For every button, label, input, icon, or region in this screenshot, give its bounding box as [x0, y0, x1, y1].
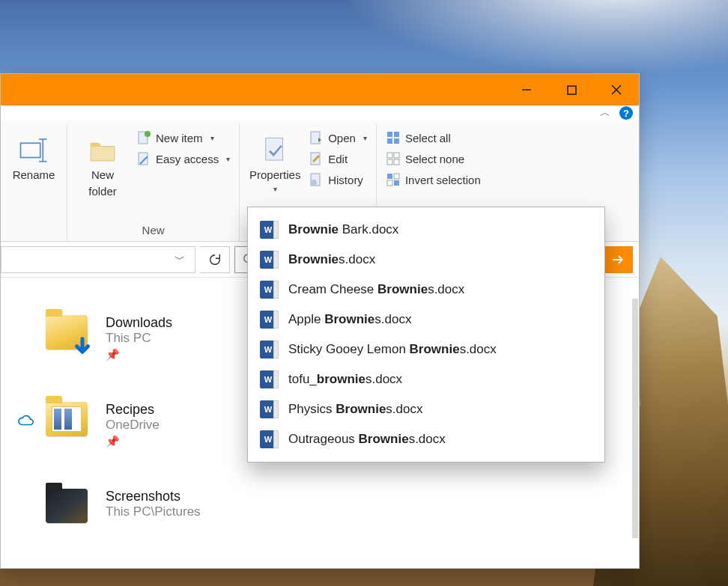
word-doc-icon [260, 311, 276, 329]
suggestion-text: tofu_brownies.docx [288, 372, 402, 387]
select-all-icon [386, 130, 401, 145]
ribbon-group-new-label: New [73, 221, 233, 241]
downloads-folder-icon [46, 315, 89, 354]
history-button[interactable]: History [306, 170, 370, 189]
history-label: History [328, 174, 363, 186]
word-doc-icon [260, 251, 276, 269]
new-folder-icon [87, 134, 118, 165]
new-item-button[interactable]: New item [133, 128, 233, 147]
window-maximize-button[interactable] [549, 74, 594, 106]
close-icon [610, 84, 622, 96]
arrow-right-icon [610, 252, 625, 267]
svg-rect-4 [21, 143, 40, 157]
svg-rect-27 [394, 180, 399, 186]
word-doc-icon [260, 221, 276, 239]
rename-button[interactable]: Rename [7, 126, 61, 182]
properties-button[interactable]: Properties ▾ [246, 126, 304, 194]
suggestion-text: Brownie Bark.docx [288, 222, 398, 237]
select-none-button[interactable]: Select none [383, 149, 484, 168]
new-item-icon [136, 130, 151, 145]
suggestion-text: Brownies.docx [288, 252, 375, 267]
svg-rect-22 [387, 159, 392, 165]
select-all-label: Select all [405, 132, 451, 144]
ribbon-group-new: New folder New item Easy access [67, 123, 240, 241]
search-suggestion[interactable]: Brownies.docx [248, 245, 604, 275]
suggestion-text: Outrageous Brownies.docx [288, 432, 446, 447]
svg-rect-20 [387, 153, 392, 158]
edit-icon [309, 151, 324, 166]
window-minimize-button[interactable] [504, 74, 549, 106]
scrollbar[interactable] [632, 299, 638, 538]
suggestion-text: Cream Cheese Brownies.docx [288, 282, 464, 297]
dropdown-caret-icon: ▾ [273, 185, 277, 194]
properties-icon [259, 134, 291, 165]
screenshots-folder-icon [46, 489, 89, 528]
svg-rect-1 [568, 86, 576, 94]
svg-rect-26 [387, 180, 392, 186]
svg-rect-19 [394, 138, 399, 144]
properties-label: Properties [249, 168, 300, 182]
new-folder-button[interactable]: New folder [73, 126, 132, 198]
word-doc-icon [260, 430, 276, 448]
svg-rect-24 [387, 174, 392, 179]
address-dropdown-icon[interactable]: ﹀ [169, 249, 190, 270]
invert-selection-label: Invert selection [405, 174, 481, 186]
folder-name: Recipes [106, 402, 160, 418]
easy-access-label: Easy access [156, 153, 219, 165]
window-close-button[interactable] [594, 74, 639, 106]
address-bar[interactable]: ﹀ [1, 246, 195, 273]
search-suggestion[interactable]: Sticky Gooey Lemon Brownies.docx [248, 335, 604, 364]
rename-label: Rename [13, 168, 55, 182]
folder-name: Downloads [106, 315, 172, 331]
folder-location: This PC [106, 331, 172, 346]
word-doc-icon [260, 370, 276, 388]
select-none-icon [386, 151, 401, 166]
search-suggestion[interactable]: Outrageous Brownies.docx [248, 424, 604, 454]
edit-label: Edit [328, 153, 348, 165]
svg-rect-17 [394, 132, 399, 137]
cloud-status-icon [17, 412, 34, 429]
new-folder-label-2: folder [88, 185, 117, 198]
edit-button[interactable]: Edit [306, 149, 370, 168]
word-doc-icon [260, 281, 276, 299]
maximize-icon [566, 85, 577, 96]
desktop-background: ︿ ? Rename [0, 0, 728, 586]
search-suggestion[interactable]: Brownie Bark.docx [248, 215, 604, 245]
folder-location: This PC\Pictures [106, 504, 201, 519]
open-label: Open [328, 132, 356, 144]
rename-icon [18, 134, 49, 165]
minimize-icon [521, 84, 533, 96]
open-button[interactable]: Open [306, 128, 370, 147]
recipes-folder-icon [46, 402, 89, 441]
select-all-button[interactable]: Select all [383, 128, 484, 147]
search-suggestion[interactable]: tofu_brownies.docx [248, 364, 604, 394]
easy-access-button[interactable]: Easy access [133, 149, 233, 168]
pin-icon: 📌 [106, 348, 172, 361]
ribbon-strip: ︿ ? [1, 106, 639, 120]
new-folder-label-1: New [91, 168, 114, 182]
folder-item-screenshots[interactable]: Screenshots This PC\Pictures [46, 489, 639, 528]
ribbon-group-organize: Rename [1, 123, 67, 241]
ribbon-group-label [7, 221, 61, 241]
select-none-label: Select none [405, 153, 464, 165]
search-suggestion[interactable]: Apple Brownies.docx [248, 305, 604, 335]
search-suggestion[interactable]: Physics Brownies.docx [248, 394, 604, 424]
svg-rect-16 [387, 132, 392, 137]
collapse-ribbon-icon[interactable]: ︿ [600, 106, 610, 120]
folder-location: OneDrive [106, 418, 160, 433]
refresh-button[interactable] [200, 246, 230, 273]
help-icon[interactable]: ? [619, 106, 633, 120]
invert-selection-button[interactable]: Invert selection [383, 170, 484, 189]
svg-rect-21 [394, 153, 399, 158]
search-suggestion[interactable]: Cream Cheese Brownies.docx [248, 275, 604, 305]
search-suggestions-flyout: Brownie Bark.docxBrownies.docxCream Chee… [247, 207, 605, 463]
history-icon [309, 172, 324, 187]
suggestion-text: Sticky Gooey Lemon Brownies.docx [288, 342, 497, 357]
invert-selection-icon [386, 172, 401, 187]
titlebar[interactable] [1, 74, 639, 106]
search-go-button[interactable] [603, 246, 633, 273]
word-doc-icon [260, 341, 276, 358]
word-doc-icon [260, 400, 276, 418]
easy-access-icon [136, 151, 151, 166]
svg-point-9 [145, 131, 151, 137]
